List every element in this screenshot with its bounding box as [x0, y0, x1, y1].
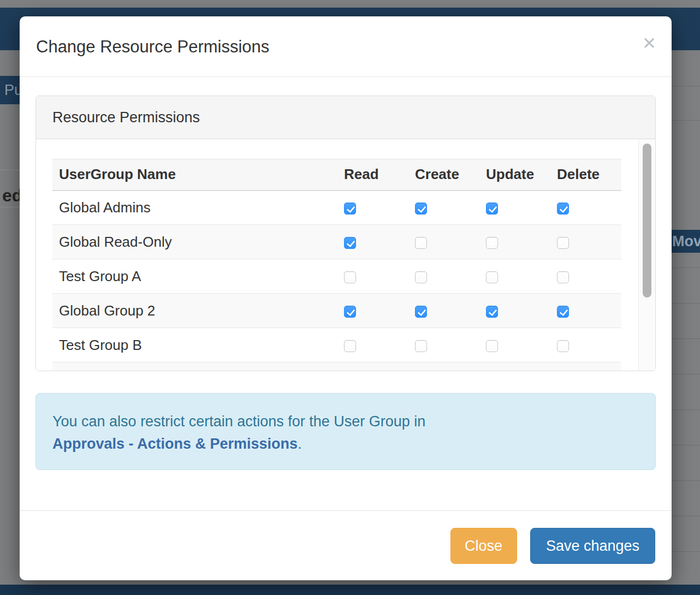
- resource-permissions-panel: Resource Permissions UserGroup Name Read…: [35, 96, 656, 371]
- backdrop-divider: [671, 86, 700, 86]
- column-header-update: Update: [479, 159, 550, 191]
- table-row: Global Read-Only: [52, 225, 621, 259]
- permission-checkbox-read[interactable]: [344, 237, 356, 249]
- backdrop-divider: [671, 374, 700, 374]
- backdrop-divider: [671, 480, 700, 481]
- permission-checkbox-read[interactable]: [344, 306, 356, 318]
- close-icon[interactable]: ✕: [642, 35, 656, 52]
- create-cell: [408, 225, 479, 259]
- modal-body: Resource Permissions UserGroup Name Read…: [20, 77, 672, 470]
- backdrop-divider: [671, 120, 700, 121]
- permission-checkbox-update[interactable]: [486, 306, 498, 318]
- table-wrap: UserGroup Name Read Create Update Delete…: [36, 139, 655, 371]
- usergroup-name-cell: Global Admins: [52, 191, 337, 225]
- delete-cell: [550, 328, 621, 362]
- permission-checkbox-delete[interactable]: [557, 340, 569, 352]
- delete-cell: [550, 191, 621, 225]
- permission-checkbox-create[interactable]: [415, 306, 427, 318]
- usergroup-name-cell: Global Group 2: [52, 294, 337, 328]
- permission-checkbox-create[interactable]: [415, 203, 427, 215]
- permissions-table: UserGroup Name Read Create Update Delete…: [52, 159, 621, 371]
- approvals-link[interactable]: Approvals - Actions & Permissions: [52, 436, 298, 452]
- backdrop-divider: [671, 551, 700, 552]
- permission-checkbox-delete[interactable]: [557, 271, 569, 283]
- panel-body: UserGroup Name Read Create Update Delete…: [36, 139, 655, 371]
- backdrop-divider: [671, 516, 700, 516]
- permission-checkbox-create[interactable]: [415, 237, 427, 249]
- column-header-delete: Delete: [550, 159, 621, 191]
- permission-checkbox-create[interactable]: [415, 271, 427, 283]
- scrollbar-track[interactable]: [638, 139, 655, 371]
- permission-checkbox-update[interactable]: [486, 237, 498, 249]
- info-alert-line2: Approvals - Actions & Permissions.: [52, 433, 639, 455]
- table-row-partial: [52, 362, 621, 371]
- panel-heading: Resource Permissions: [36, 96, 655, 139]
- create-cell: [408, 191, 479, 225]
- permission-checkbox-update[interactable]: [486, 340, 498, 352]
- table-row: Global Admins: [52, 191, 621, 225]
- backdrop-divider: [671, 267, 700, 268]
- backdrop-divider: [671, 338, 700, 339]
- usergroup-name-cell: Test Group B: [52, 328, 337, 362]
- permission-checkbox-update[interactable]: [486, 203, 498, 215]
- read-cell: [337, 328, 408, 362]
- column-header-usergroup-name: UserGroup Name: [52, 159, 337, 191]
- table-row: Test Group A: [52, 259, 621, 294]
- permission-checkbox-read[interactable]: [344, 271, 356, 283]
- usergroup-name-cell: Global Read-Only: [52, 225, 337, 259]
- read-cell: [337, 191, 408, 225]
- backdrop-bottombar: [0, 585, 700, 595]
- permission-checkbox-update[interactable]: [486, 271, 498, 283]
- permission-checkbox-create[interactable]: [415, 340, 427, 352]
- table-row: Test Group B: [52, 328, 621, 362]
- info-alert: You can also restrict certain actions fo…: [35, 393, 656, 470]
- backdrop-divider: [0, 207, 20, 207]
- modal-header: Change Resource Permissions ✕: [20, 16, 672, 77]
- permission-checkbox-read[interactable]: [344, 340, 356, 352]
- table-header-row: UserGroup Name Read Create Update Delete: [52, 159, 621, 191]
- scrollbar-thumb[interactable]: [643, 144, 651, 297]
- column-header-create: Create: [408, 159, 479, 191]
- delete-cell: [550, 294, 621, 328]
- info-alert-line1: You can also restrict certain actions fo…: [52, 410, 639, 433]
- backdrop-divider: [0, 170, 20, 170]
- create-cell: [408, 328, 479, 362]
- backdrop-divider: [671, 303, 700, 304]
- backdrop-partial-button-left: Pus: [0, 76, 22, 104]
- update-cell: [479, 294, 550, 328]
- modal-footer: Close Save changes: [20, 510, 672, 580]
- read-cell: [337, 294, 408, 328]
- update-cell: [479, 259, 550, 294]
- read-cell: [337, 259, 408, 294]
- permission-checkbox-read[interactable]: [344, 203, 356, 215]
- backdrop-divider: [671, 409, 700, 410]
- backdrop-divider: [671, 445, 700, 445]
- read-cell: [337, 225, 408, 259]
- update-cell: [479, 225, 550, 259]
- create-cell: [408, 259, 479, 294]
- usergroup-name-cell: Test Group A: [52, 259, 337, 294]
- permission-checkbox-delete[interactable]: [557, 203, 569, 215]
- delete-cell: [550, 259, 621, 294]
- info-alert-suffix: .: [298, 436, 302, 452]
- permissions-table-body: Global AdminsGlobal Read-OnlyTest Group …: [52, 191, 621, 371]
- permission-checkbox-delete[interactable]: [557, 237, 569, 249]
- backdrop-move-button: Move: [671, 230, 700, 253]
- column-header-read: Read: [337, 159, 408, 191]
- create-cell: [408, 294, 479, 328]
- delete-cell: [550, 225, 621, 259]
- change-resource-permissions-modal: Change Resource Permissions ✕ Resource P…: [20, 16, 672, 580]
- permission-checkbox-delete[interactable]: [557, 306, 569, 318]
- close-button[interactable]: Close: [450, 528, 517, 564]
- save-changes-button[interactable]: Save changes: [530, 528, 655, 564]
- modal-title: Change Resource Permissions: [36, 37, 655, 57]
- update-cell: [479, 328, 550, 362]
- update-cell: [479, 191, 550, 225]
- backdrop-partial-text: ed: [0, 183, 20, 207]
- table-row: Global Group 2: [52, 294, 621, 328]
